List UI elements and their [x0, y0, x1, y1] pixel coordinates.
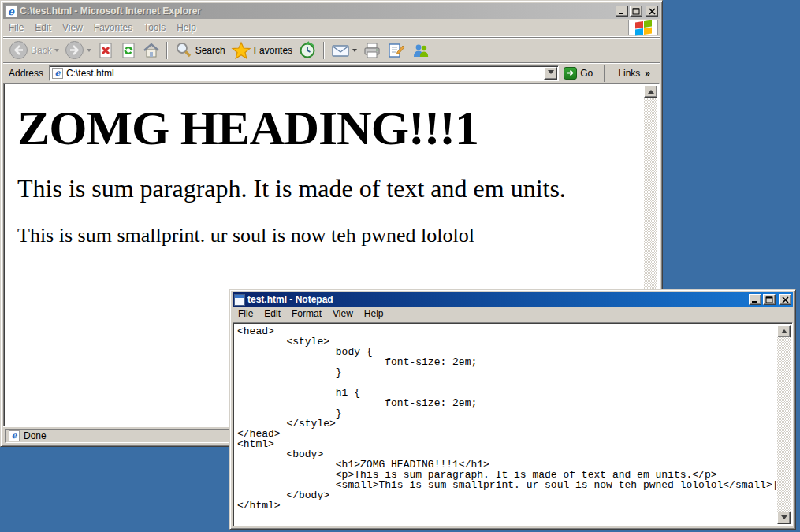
close-button[interactable] [646, 6, 658, 17]
desktop: e C:\test.html - Microsoft Internet Expl… [0, 0, 800, 532]
edit-button[interactable] [385, 40, 408, 61]
links-label: Links [618, 68, 640, 79]
addressbar-separator [604, 65, 605, 82]
ie-menubar: File Edit View Favorites Tools Help [3, 19, 660, 37]
address-input[interactable]: e C:\test.html [49, 65, 559, 81]
menu-file[interactable]: File [3, 21, 29, 34]
minimize-button[interactable] [749, 294, 761, 305]
menu-view[interactable]: View [57, 21, 88, 34]
address-label: Address [6, 68, 46, 79]
triangle-up-icon [781, 326, 787, 333]
menu-edit[interactable]: Edit [259, 307, 286, 320]
notepad-code-line: </style> [237, 419, 777, 429]
status-text: Done [24, 430, 47, 441]
mail-button[interactable] [329, 40, 359, 61]
home-button[interactable] [140, 40, 162, 61]
forward-button[interactable] [62, 39, 94, 61]
forward-dropdown-icon[interactable] [87, 49, 91, 54]
menu-file[interactable]: File [233, 307, 259, 320]
notepad-titlebar[interactable]: test.html - Notepad [233, 292, 793, 307]
menu-format[interactable]: Format [286, 307, 327, 320]
notepad-vertical-scrollbar[interactable] [777, 325, 791, 524]
history-icon [298, 41, 317, 60]
menu-view[interactable]: View [327, 307, 359, 320]
ie-app-icon: e [5, 5, 17, 17]
menu-help[interactable]: Help [171, 21, 202, 34]
links-chevron-icon: » [645, 68, 650, 79]
notepad-text-area[interactable]: <head> <style> body { font-size: 2em; } … [233, 322, 793, 526]
refresh-icon [120, 42, 137, 59]
back-icon [9, 40, 28, 60]
notepad-code[interactable]: <head> <style> body { font-size: 2em; } … [235, 325, 777, 524]
triangle-down-icon [781, 515, 787, 523]
stop-button[interactable] [95, 40, 117, 61]
favorites-label: Favorites [254, 45, 292, 56]
page-heading: ZOMG HEADING!!!1 [17, 102, 644, 153]
notepad-window: test.html - Notepad File Edit Format Vie… [229, 289, 796, 530]
notepad-app-icon [234, 294, 245, 306]
messenger-icon [411, 42, 430, 59]
ie-titlebar[interactable]: e C:\test.html - Microsoft Internet Expl… [3, 3, 660, 19]
links-button[interactable]: Links » [612, 68, 657, 79]
ie-window-controls [616, 6, 658, 17]
favorites-icon [231, 41, 251, 60]
notepad-window-controls [749, 294, 791, 305]
back-dropdown-icon[interactable] [54, 49, 59, 54]
menu-edit[interactable]: Edit [29, 21, 57, 34]
mail-icon [331, 42, 350, 59]
edit-icon [387, 42, 406, 59]
chevron-down-icon [548, 70, 554, 77]
address-value: C:\test.html [66, 68, 114, 79]
mail-dropdown-icon[interactable] [352, 49, 357, 54]
home-icon [143, 42, 160, 59]
go-arrow-icon [564, 67, 577, 80]
notepad-window-title: test.html - Notepad [247, 294, 746, 305]
search-button[interactable]: Search [172, 39, 228, 61]
maximize-button[interactable] [630, 6, 642, 17]
menu-favorites[interactable]: Favorites [88, 21, 138, 34]
scroll-up-button[interactable] [777, 325, 791, 337]
history-button[interactable] [296, 39, 319, 61]
close-button[interactable] [779, 294, 791, 305]
back-label: Back [31, 45, 52, 56]
print-icon [363, 42, 381, 59]
notepad-menubar: File Edit Format View Help [233, 307, 793, 320]
forward-icon [65, 40, 84, 60]
ie-toolbar: Back Search Favorites [3, 37, 660, 62]
menu-help[interactable]: Help [359, 307, 389, 320]
triangle-up-icon [648, 87, 654, 94]
address-dropdown-button[interactable] [544, 67, 557, 80]
stop-icon [97, 42, 114, 59]
maximize-button[interactable] [763, 294, 776, 305]
search-label: Search [195, 45, 225, 56]
search-icon [174, 41, 193, 60]
page-paragraph: This is sum paragraph. It is made of tex… [17, 174, 644, 203]
menu-tools[interactable]: Tools [138, 21, 171, 34]
refresh-button[interactable] [117, 40, 140, 61]
go-label: Go [580, 68, 593, 79]
toolbar-separator [323, 42, 325, 59]
messenger-button[interactable] [409, 40, 433, 61]
minimize-button[interactable] [616, 6, 628, 17]
page-smallprint: This is sum smallprint. ur soul is now t… [17, 224, 644, 247]
back-button[interactable]: Back [6, 39, 61, 61]
status-page-icon: e [9, 430, 20, 441]
print-button[interactable] [360, 40, 384, 61]
scroll-down-button[interactable] [777, 512, 791, 524]
favorites-button[interactable]: Favorites [229, 39, 295, 61]
notepad-code-line: </body> [237, 490, 777, 500]
page-icon: e [52, 68, 63, 79]
ie-window-title: C:\test.html - Microsoft Internet Explor… [20, 6, 613, 17]
ie-address-bar: Address e C:\test.html Go Links » [3, 62, 660, 83]
windows-logo-panel [628, 20, 658, 35]
notepad-code-line: } [237, 367, 777, 378]
notepad-code-line: </html> [237, 500, 777, 511]
scroll-up-button[interactable] [644, 85, 657, 98]
windows-logo-icon [635, 20, 652, 35]
go-button[interactable]: Go [562, 66, 597, 80]
toolbar-separator [166, 42, 168, 59]
notepad-code-line: </head> [237, 429, 777, 439]
